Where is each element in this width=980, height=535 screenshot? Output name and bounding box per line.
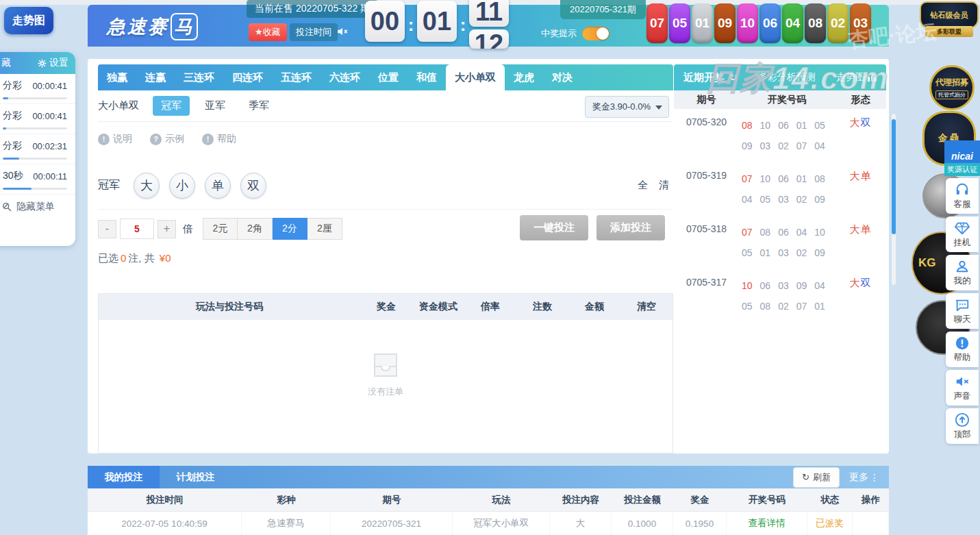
position-tab[interactable]: 季军 bbox=[240, 96, 277, 116]
bet-slip-col: 玩法与投注号码 bbox=[99, 301, 360, 313]
quick-bet-button[interactable]: 一键投注 bbox=[520, 215, 588, 240]
play-tab[interactable]: 和值 bbox=[407, 64, 446, 90]
play-tab[interactable]: 五连环 bbox=[272, 64, 321, 90]
lottery-timer-item[interactable]: 分彩00:00:41 bbox=[0, 104, 75, 134]
draw-number: 02 bbox=[796, 247, 807, 258]
settings-label: 设置 bbox=[49, 57, 68, 69]
selected-count: 0 bbox=[118, 252, 128, 264]
pattern-char: 大 bbox=[850, 116, 861, 128]
logo-text: 急速赛 bbox=[107, 14, 168, 39]
refresh-button[interactable]: ↻ 刷新 bbox=[793, 467, 840, 488]
draw-number: 03 bbox=[760, 140, 771, 151]
countdown-time: 00:02:31 bbox=[32, 141, 67, 151]
agent-recruit-badge[interactable]: 代理招募 托管式跑分 bbox=[929, 65, 975, 110]
trend-link[interactable]: 走势图 bbox=[836, 71, 877, 84]
progress-fill bbox=[3, 127, 6, 129]
play-tab[interactable]: 三连环 bbox=[175, 64, 223, 90]
play-tab[interactable]: 独赢 bbox=[98, 64, 136, 90]
multiplier-label: 倍 bbox=[183, 223, 193, 236]
more-button[interactable]: 更多⋮ bbox=[849, 471, 879, 484]
draw-number: 06 bbox=[778, 120, 789, 131]
unit-button[interactable]: 2厘 bbox=[307, 218, 342, 240]
lottery-timer-item[interactable]: 分彩00:02:31 bbox=[0, 134, 75, 164]
info-link[interactable]: !帮助 bbox=[202, 133, 236, 145]
play-tab[interactable]: 龙虎 bbox=[505, 64, 543, 90]
position-tab[interactable]: 冠军 bbox=[153, 96, 190, 116]
float-button-headset[interactable]: 客服 bbox=[946, 178, 979, 214]
last-draw-balls: 07050109100604080203 bbox=[646, 3, 871, 43]
vertical-ellipsis-icon: ⋮ bbox=[870, 472, 879, 483]
clear-button[interactable]: 清 bbox=[659, 179, 669, 192]
recent-results-tab[interactable]: 近期开奖↻ bbox=[683, 71, 738, 84]
my-bets-col: 开奖号码 bbox=[727, 494, 807, 506]
win-tip-toggle[interactable] bbox=[582, 27, 610, 40]
lottery-timer-item[interactable]: 分彩00:00:41 bbox=[0, 74, 75, 104]
draw-number: 05 bbox=[814, 120, 825, 131]
hide-menu-button[interactable]: 隐藏菜单 bbox=[0, 195, 75, 219]
pattern-char: 大 bbox=[850, 277, 861, 288]
pattern-char: 大 bbox=[850, 170, 861, 182]
float-button-label: 帮助 bbox=[954, 352, 971, 364]
play-tab[interactable]: 四连环 bbox=[223, 64, 272, 90]
draw-number: 08 bbox=[742, 120, 753, 131]
multiplier-input[interactable]: 5 bbox=[120, 219, 154, 239]
trend-chart-badge[interactable]: 走势图 bbox=[4, 7, 53, 34]
play-tab[interactable]: 六连环 bbox=[321, 64, 369, 90]
view-detail-link[interactable]: 查看详情 bbox=[727, 512, 807, 535]
info-link[interactable]: !说明 bbox=[98, 133, 132, 145]
tab-plan-bets[interactable]: 计划投注 bbox=[160, 466, 231, 488]
main-card: 独赢连赢三连环四连环五连环六连环位置和值大小单双龙虎对决 大小单双 冠军亚军季军… bbox=[88, 59, 889, 453]
bet-slip-col: 资金模式 bbox=[412, 301, 464, 313]
clock-colon: : bbox=[457, 5, 469, 36]
unit-button[interactable]: 2分 bbox=[273, 218, 307, 240]
position-tab[interactable]: 亚军 bbox=[197, 96, 234, 116]
exclaim-circle-icon: ! bbox=[202, 134, 214, 145]
lottery-timer-item[interactable]: 30秒00:00:11 bbox=[0, 164, 75, 195]
float-button-mute[interactable]: 声音 bbox=[946, 370, 979, 406]
draw-numbers: 08100601050903020704 bbox=[739, 115, 835, 156]
bet-option[interactable]: 大 bbox=[134, 173, 160, 199]
tab-my-bets[interactable]: 我的投注 bbox=[88, 466, 160, 488]
play-tab[interactable]: 连赢 bbox=[136, 64, 175, 90]
decrement-button[interactable]: - bbox=[98, 220, 116, 238]
float-button-arrow-up[interactable]: 顶部 bbox=[946, 408, 979, 444]
float-button-exclaim[interactable]: 帮助 bbox=[946, 332, 979, 367]
float-button-user[interactable]: 我的 bbox=[946, 255, 979, 290]
bonus-dropdown[interactable]: 奖金3.90-0.0% bbox=[585, 96, 669, 118]
recent-scrollbar-thumb[interactable] bbox=[892, 119, 896, 234]
collapse-label[interactable]: 藏 bbox=[1, 57, 11, 69]
bet-option[interactable]: 小 bbox=[169, 173, 195, 199]
info-link[interactable]: ?示例 bbox=[150, 133, 184, 145]
play-tab[interactable]: 大小单双 bbox=[446, 64, 505, 90]
diamond-member-badge[interactable]: 钻石级会员 多彩联盟 bbox=[920, 1, 979, 44]
my-bets-table-header: 投注时间彩种期号玩法投注内容投注金额奖金开奖号码状态操作 bbox=[88, 488, 889, 512]
refresh-icon[interactable]: ↻ bbox=[729, 71, 738, 84]
draw-number: 07 bbox=[796, 301, 807, 312]
pattern-char: 单 bbox=[861, 223, 872, 235]
mute-speaker-icon[interactable] bbox=[336, 25, 349, 38]
play-tab[interactable]: 位置 bbox=[369, 64, 407, 90]
draw-number: 10 bbox=[760, 173, 771, 184]
my-bets-col: 玩法 bbox=[453, 494, 550, 506]
award-cert-badge[interactable]: nicai 奖源认证 bbox=[944, 140, 980, 176]
float-button-chat[interactable]: 聊天 bbox=[946, 293, 979, 329]
float-button-label: 聊天 bbox=[954, 314, 971, 325]
draw-number: 05 bbox=[760, 194, 771, 205]
analysis-link[interactable]: 多彩分析预测 bbox=[758, 71, 816, 84]
bet-option[interactable]: 单 bbox=[205, 173, 231, 199]
selected-amount: ¥0 bbox=[158, 252, 173, 264]
bet-option[interactable]: 双 bbox=[240, 173, 266, 199]
unit-button[interactable]: 2元 bbox=[203, 218, 238, 240]
settings-button[interactable]: 设置 bbox=[38, 57, 68, 69]
draw-number: 03 bbox=[778, 247, 789, 258]
period-number: 0705-317 bbox=[674, 275, 739, 316]
draw-number: 10 bbox=[742, 280, 753, 291]
add-bet-button[interactable]: 添加投注 bbox=[596, 215, 665, 240]
increment-button[interactable]: + bbox=[158, 220, 176, 238]
play-tab[interactable]: 对决 bbox=[543, 64, 581, 90]
select-all-button[interactable]: 全 bbox=[638, 179, 648, 192]
float-button-diamond[interactable]: 挂机 bbox=[946, 216, 979, 252]
period-number: 0705-318 bbox=[674, 222, 739, 263]
unit-button[interactable]: 2角 bbox=[238, 218, 273, 240]
favorite-button[interactable]: ★收藏 bbox=[249, 23, 287, 41]
